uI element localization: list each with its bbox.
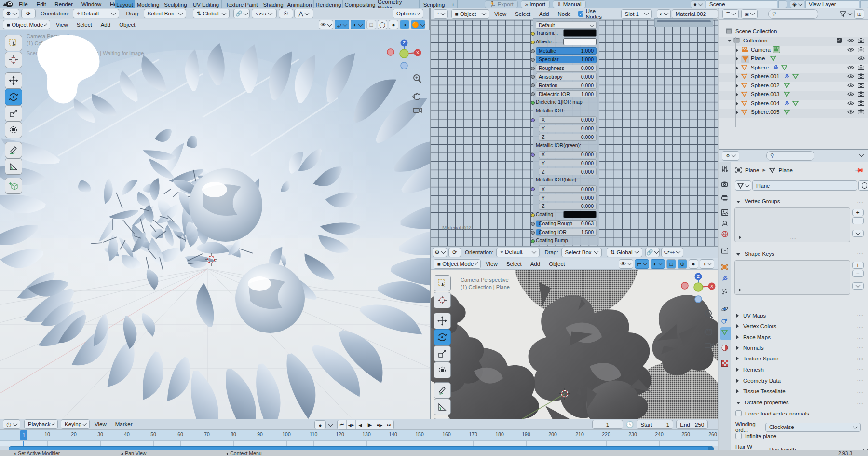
svg-text:X: X (710, 284, 713, 289)
svg-text:Z: Z (403, 41, 406, 45)
svg-text:X: X (416, 50, 419, 55)
svg-text:Z: Z (697, 274, 700, 279)
